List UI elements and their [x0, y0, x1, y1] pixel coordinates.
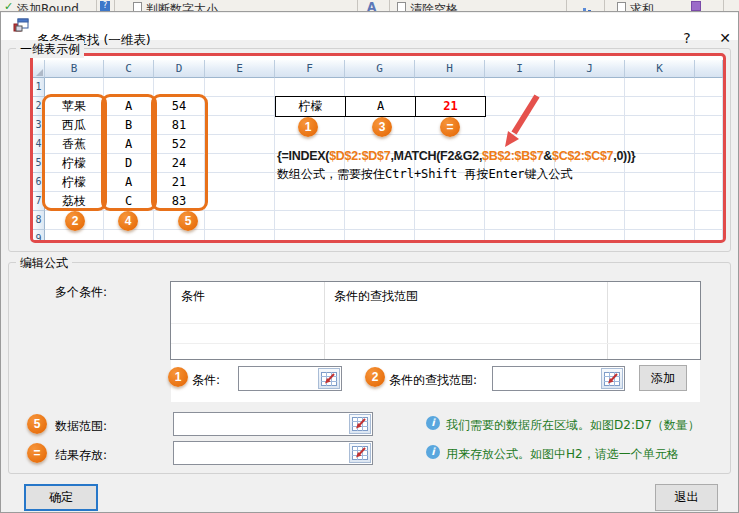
help-button[interactable]: ? — [675, 27, 699, 49]
page-icon — [397, 2, 406, 12]
purple-tool-icon — [691, 1, 701, 11]
grid-cell — [555, 211, 625, 230]
badge-equals: = — [440, 117, 460, 137]
grid-cell — [275, 230, 345, 243]
badge-5: 5 — [178, 211, 198, 231]
range-picker-icon[interactable] — [318, 368, 340, 389]
example-screenshot: BCDEFGHIJK12苹果A543西瓜B814香蕉A525柠檬D246柠檬A2… — [30, 53, 726, 243]
grid-col-header: F — [275, 60, 345, 78]
data-range-input[interactable] — [173, 412, 373, 436]
grid-cell — [625, 230, 695, 243]
grid-cell — [205, 116, 275, 135]
range-picker-icon[interactable] — [601, 368, 623, 389]
help-toolbar-icon[interactable]: ? — [100, 1, 110, 11]
range-outline-grades — [101, 94, 157, 211]
grid-cell — [345, 211, 415, 230]
add-button[interactable]: 添加 — [639, 365, 687, 391]
example-groupbox-label: 一维表示例 — [16, 41, 84, 58]
grid-col-header: C — [104, 60, 154, 78]
ribbon-fragment: ✓ 添加Round ? 判断数字大小 A 清除空格 求和 — [0, 0, 739, 12]
grid-cell — [695, 78, 723, 97]
info-icon: i — [426, 416, 440, 430]
badge-2: 2 — [65, 211, 85, 231]
data-range-label: 数据范围: — [55, 418, 107, 435]
grid-col-header: E — [205, 60, 275, 78]
list-header-lookup-range: 条件的查找范围 — [334, 288, 418, 305]
badge-3: 3 — [372, 117, 392, 137]
grid-cell — [555, 230, 625, 243]
grid-cell — [625, 192, 695, 211]
range-picker-icon[interactable] — [349, 443, 371, 463]
data-range-hint: 我们需要的数据所在区域。如图D2:D7（数量） — [446, 417, 700, 434]
grid-row-header: 8 — [33, 211, 45, 230]
toolbar-item-add-round[interactable]: 添加Round — [17, 1, 79, 12]
grid-cell — [345, 230, 415, 243]
red-arrow-icon — [493, 92, 557, 160]
grid-cell — [205, 97, 275, 116]
badge-equals: = — [27, 443, 47, 463]
grid-col-header: J — [555, 60, 625, 78]
close-icon[interactable]: ✕ — [713, 27, 737, 49]
grid-col-header — [695, 60, 723, 78]
chart-bars-icon — [578, 2, 592, 12]
grid-cell — [555, 78, 625, 97]
grid-cell — [485, 211, 555, 230]
list-header-condition: 条件 — [181, 288, 205, 305]
grid-cell — [205, 230, 275, 243]
letter-a-icon: A — [367, 0, 376, 12]
app-window-icon — [13, 17, 29, 37]
grid-cell — [695, 173, 723, 192]
badge-1: 1 — [298, 117, 318, 137]
grid-cell — [695, 211, 723, 230]
grid-cell — [625, 154, 695, 173]
toolbar-item-sum[interactable]: 求和 — [630, 1, 654, 12]
grid-cell — [695, 230, 723, 243]
grid-row-header: 9 — [33, 230, 45, 243]
ok-button[interactable]: 确定 — [24, 484, 98, 511]
info-icon: i — [426, 445, 440, 459]
grid-cell — [555, 116, 625, 135]
grid-cell — [625, 211, 695, 230]
formula-part: $C$2:$C$7 — [552, 149, 613, 163]
lookup-range-input[interactable] — [492, 366, 625, 391]
grid-cell — [695, 154, 723, 173]
badge-5: 5 — [27, 414, 47, 434]
condition-label: 条件: — [192, 372, 220, 389]
page-icon — [617, 2, 626, 12]
grid-cell — [415, 230, 485, 243]
grid-cell — [625, 78, 695, 97]
formula-part: {=INDEX( — [277, 149, 329, 163]
cell-h2-result: 21 — [415, 96, 486, 117]
array-formula: {=INDEX($D$2:$D$7,MATCH(F2&G2,$B$2:$B$7&… — [277, 149, 635, 163]
grid-cell — [275, 211, 345, 230]
lookup-range-label: 条件的查找范围: — [389, 372, 477, 389]
grid-col-header: B — [45, 60, 104, 78]
exit-button[interactable]: 退出 — [655, 484, 718, 511]
result-input[interactable] — [173, 441, 373, 465]
grid-col-header: D — [154, 60, 205, 78]
range-picker-icon[interactable] — [349, 414, 371, 434]
grid-cell — [415, 211, 485, 230]
grid-cell — [555, 192, 625, 211]
formula-part: $D$2:$D$7 — [329, 149, 390, 163]
check-icon: ✓ — [4, 0, 13, 12]
grid-cell — [345, 78, 415, 97]
badge-4: 4 — [118, 211, 138, 231]
toolbar-item-judge-number[interactable]: 判断数字大小 — [146, 1, 218, 12]
grid-cell — [45, 230, 104, 243]
grid-cell — [205, 78, 275, 97]
toolbar-item-clear-spaces[interactable]: 清除空格 — [410, 1, 458, 12]
grid-cell — [205, 173, 275, 192]
grid-col-header: H — [415, 60, 485, 78]
conditions-list[interactable]: 条件 条件的查找范围 — [170, 281, 701, 360]
editor-groupbox-label: 编辑公式 — [16, 255, 72, 272]
result-label: 结果存放: — [55, 447, 107, 464]
grid-cell — [415, 78, 485, 97]
badge-2: 2 — [365, 367, 385, 387]
grid-cell — [415, 192, 485, 211]
dialog-border — [0, 12, 1, 513]
cell-g2-condition2: A — [345, 96, 416, 117]
grid-cell — [205, 211, 275, 230]
dialog-titlebar: 多条件查找 (一维表) ? ✕ — [1, 13, 738, 40]
condition-input[interactable] — [238, 366, 342, 391]
